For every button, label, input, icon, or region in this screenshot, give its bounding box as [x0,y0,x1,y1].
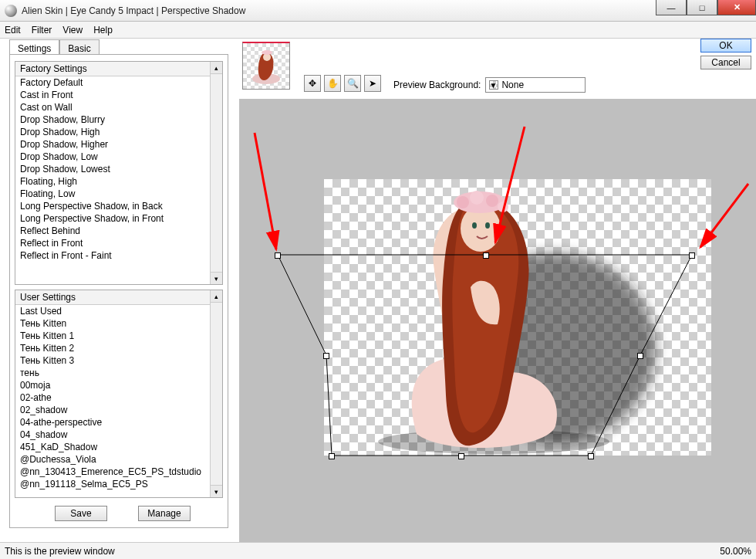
scroll-down-icon[interactable]: ▾ [211,272,222,284]
user-settings-body[interactable]: Last UsedТень KittenТень Kitten 1Тень Ki… [15,305,222,496]
perspective-handle-tr[interactable] [689,252,695,259]
factory-settings-item[interactable]: Drop Shadow, Higher [15,138,222,151]
menu-filter[interactable]: Filter [32,25,52,36]
user-settings-item[interactable]: 02_shadow [15,404,222,416]
svg-point-11 [498,202,508,212]
perspective-handle-ml[interactable] [323,353,329,359]
user-settings-item[interactable]: Тень Kitten 3 [15,354,222,367]
transparency-swatch-icon [489,80,498,90]
thumbnail-figure-icon [248,48,284,85]
user-settings-item[interactable]: @nn_191118_Selma_EC5_PS [15,478,222,490]
preview-bg-dropdown[interactable]: None ▼ [485,77,586,93]
scroll-up-icon[interactable]: ▴ [211,62,222,74]
user-settings-item[interactable]: 00moja [15,379,222,391]
minimize-button[interactable]: — [656,0,687,15]
perspective-handle-tc[interactable] [483,252,489,259]
left-panel: Factory Settings Factory DefaultCast in … [9,54,228,528]
user-settings-item[interactable]: 04-athe-perspective [15,416,222,429]
pointer-icon: ➤ [369,78,376,89]
scrollbar[interactable]: ▴ ▾ [210,290,222,497]
hand-icon: ✋ [327,78,339,89]
perspective-handle-tl[interactable] [275,252,281,259]
maximize-button[interactable]: □ [687,0,717,15]
svg-point-9 [470,191,484,205]
factory-settings-item[interactable]: Cast in Front [15,89,222,101]
user-settings-item[interactable]: @Duchessa_Viola [15,453,222,466]
status-zoom: 50.00% [720,546,751,557]
hand-zoom-icon: ✥ [309,78,316,89]
factory-settings-item[interactable]: Drop Shadow, High [15,126,222,138]
cancel-button[interactable]: Cancel [700,56,751,69]
factory-settings-item[interactable]: Floating, Low [15,188,222,200]
factory-settings-item[interactable]: Reflect Behind [15,225,222,237]
preview-thumbnail[interactable] [242,42,290,90]
scrollbar[interactable]: ▴ ▾ [210,62,222,284]
user-settings-item[interactable]: Тень Kitten [15,317,222,330]
svg-point-10 [486,195,498,207]
factory-settings-body[interactable]: Factory DefaultCast in FrontCast on Wall… [15,76,222,283]
preview-canvas[interactable] [324,179,711,456]
magnifier-icon: 🔍 [347,78,359,89]
menu-view[interactable]: View [62,25,83,36]
preview-bg-control: Preview Background: None ▼ [393,77,586,93]
user-settings-item[interactable]: 451_KaD_Shadow [15,441,222,453]
dialog-buttons: OK Cancel [700,39,751,69]
status-message: This is the preview window [5,546,115,557]
perspective-handle-bc[interactable] [458,453,464,459]
factory-settings-header: Factory Settings [15,62,222,76]
preview-bg-value: None [501,80,524,90]
perspective-handle-mr[interactable] [637,353,643,359]
factory-settings-item[interactable]: Drop Shadow, Blurry [15,113,222,126]
close-button[interactable]: ✕ [717,0,756,15]
factory-settings-item[interactable]: Floating, High [15,175,222,188]
factory-settings-item[interactable]: Reflect in Front [15,237,222,249]
pointer-tool[interactable]: ➤ [364,75,381,92]
save-button[interactable]: Save [55,506,107,521]
factory-settings-item[interactable]: Long Perspective Shadow, in Front [15,212,222,225]
scroll-down-icon[interactable]: ▾ [211,485,222,497]
window-title: Alien Skin | Eye Candy 5 Impact | Perspe… [22,5,245,16]
user-settings-item[interactable]: Тень Kitten 1 [15,330,222,342]
user-settings-item[interactable]: тень [15,367,222,379]
user-settings-item[interactable]: 02-athe [15,391,222,404]
menu-help[interactable]: Help [93,25,113,36]
factory-settings-item[interactable]: Factory Default [15,76,222,89]
user-settings-item[interactable]: Тень Kitten 2 [15,342,222,354]
hand-tool[interactable]: ✋ [324,75,341,92]
window-controls: — □ ✕ [656,0,756,15]
magnifier-tool[interactable]: 🔍 [344,75,361,92]
svg-point-6 [485,222,490,229]
svg-point-2 [262,50,272,55]
user-settings-item[interactable]: 04_shadow [15,429,222,441]
perspective-handle-bl[interactable] [329,453,335,459]
user-settings-list: User Settings Last UsedТень KittenТень K… [15,290,223,498]
svg-point-8 [457,196,469,208]
app-logo-icon [5,5,17,17]
user-settings-item[interactable]: @nn_130413_Emerence_EC5_PS_tdstudio [15,466,222,478]
ok-button[interactable]: OK [700,39,751,53]
factory-settings-item[interactable]: Reflect in Front - Faint [15,249,222,262]
titlebar: Alien Skin | Eye Candy 5 Impact | Perspe… [0,0,756,22]
preview-toolbar: ✥ ✋ 🔍 ➤ [304,75,381,92]
manage-button[interactable]: Manage [138,506,191,521]
factory-settings-item[interactable]: Cast on Wall [15,101,222,113]
subject-figure [355,179,617,456]
user-settings-header: User Settings [15,290,222,305]
menu-edit[interactable]: Edit [5,25,21,36]
factory-settings-item[interactable]: Drop Shadow, Lowest [15,163,222,175]
menubar: Edit Filter View Help [0,22,756,39]
statusbar: This is the preview window 50.00% [0,542,756,559]
svg-point-5 [472,222,477,229]
factory-settings-list: Factory Settings Factory DefaultCast in … [15,61,223,285]
scroll-up-icon[interactable]: ▴ [211,290,222,303]
perspective-handle-br[interactable] [588,453,594,459]
hand-zoom-tool[interactable]: ✥ [304,75,321,92]
factory-settings-item[interactable]: Long Perspective Shadow, in Back [15,200,222,212]
factory-settings-item[interactable]: Drop Shadow, Low [15,151,222,163]
user-settings-item[interactable]: Last Used [15,305,222,317]
preview-bg-label: Preview Background: [393,80,481,90]
